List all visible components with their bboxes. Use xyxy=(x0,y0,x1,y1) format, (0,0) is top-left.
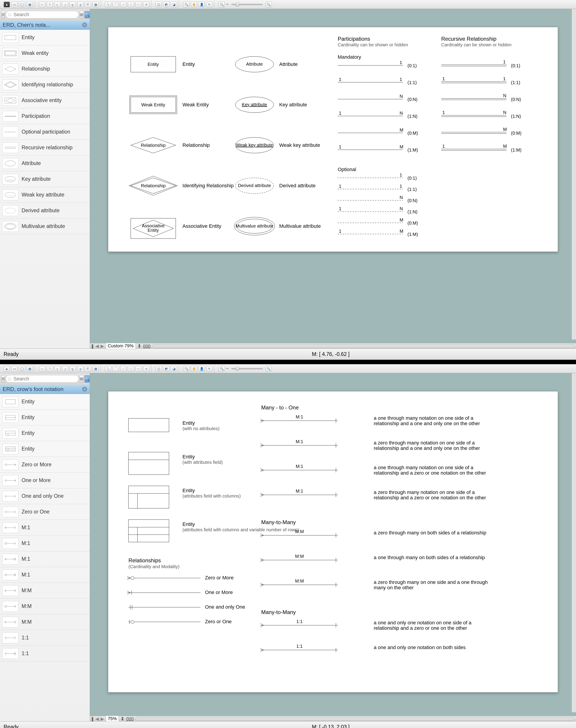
connector-6[interactable]: ╔ xyxy=(77,366,84,372)
stencil-item[interactable]: M:M xyxy=(0,614,90,630)
stencil-item[interactable]: Entity xyxy=(0,394,90,410)
user-icon[interactable]: 👤 xyxy=(198,2,205,7)
search-input[interactable] xyxy=(6,375,79,383)
group-2[interactable]: ◩ xyxy=(163,2,169,7)
line-1[interactable]: ╲ xyxy=(105,366,111,372)
connector-3[interactable]: ┐ xyxy=(54,2,60,7)
hscroll-right[interactable]: ▶ xyxy=(100,343,104,349)
zoom-slider[interactable] xyxy=(231,368,263,369)
canvas-page[interactable]: Entity(with no attributes)Entity(with at… xyxy=(108,391,558,693)
group-1[interactable]: ◫ xyxy=(155,2,162,7)
zoom-out[interactable]: 🔍 xyxy=(219,366,225,372)
stencil-item[interactable]: Zero or More xyxy=(0,457,90,473)
rect-tool[interactable]: ▭ xyxy=(11,366,18,372)
connector-2[interactable]: └ xyxy=(47,366,53,372)
connector-7[interactable]: ╝ xyxy=(85,2,91,7)
table-tool[interactable]: ▦ xyxy=(92,366,99,372)
group-1[interactable]: ◫ xyxy=(155,366,162,372)
stencil-item[interactable]: M:1 xyxy=(0,520,90,536)
line-4[interactable]: ⋮ xyxy=(128,366,134,372)
stencil-item[interactable]: 1:1 xyxy=(0,646,90,662)
stencil-item[interactable]: M:M xyxy=(0,599,90,614)
stencil-item[interactable]: Weak key attribute xyxy=(0,187,90,203)
connector-2[interactable]: └ xyxy=(47,2,53,7)
hand-tool[interactable]: ✋ xyxy=(191,2,197,7)
text-tool[interactable]: ▦ xyxy=(27,366,33,372)
connector-3[interactable]: ┐ xyxy=(54,366,60,372)
line-5[interactable]: ⋯ xyxy=(136,366,142,372)
vertical-scrollbar[interactable] xyxy=(572,9,576,339)
canvas-page[interactable]: EntityEntityWeak EntityWeak EntityRelati… xyxy=(108,27,558,252)
table-tool[interactable]: ▦ xyxy=(92,2,99,7)
hand-tool[interactable]: ✋ xyxy=(191,366,197,372)
horizontal-scrollbar[interactable] xyxy=(152,344,575,348)
group-2[interactable]: ◩ xyxy=(163,366,169,372)
line-5[interactable]: ⋯ xyxy=(136,2,142,7)
stencil-item[interactable]: Recursive relationship xyxy=(0,140,90,156)
stencil-item[interactable]: Attribute xyxy=(0,156,90,171)
line-4[interactable]: ⋮ xyxy=(128,2,134,7)
connector-4[interactable]: ┌ xyxy=(62,2,68,7)
line-2[interactable]: ⌒ xyxy=(113,366,119,372)
line-2[interactable]: ⌒ xyxy=(113,2,119,7)
grid-view[interactable]: ⊞ xyxy=(80,375,84,383)
stencil-item[interactable]: Participation xyxy=(0,109,90,124)
stencil-item[interactable]: M:M xyxy=(0,583,90,599)
tree-toggle[interactable]: ☰ xyxy=(1,11,5,19)
hscroll-left[interactable]: ◀ xyxy=(95,343,99,349)
panel-header[interactable]: ERD, crow's foot notation × xyxy=(0,385,90,394)
user-icon[interactable]: 👤 xyxy=(198,366,205,372)
connector-5[interactable]: ╗ xyxy=(69,2,76,7)
stencil-item[interactable]: Multivalue attribute xyxy=(0,218,90,234)
line-3[interactable]: ⋰ xyxy=(120,2,126,7)
connector-6[interactable]: ╔ xyxy=(77,2,84,7)
panel-close-icon[interactable]: × xyxy=(82,23,87,27)
group-3[interactable]: ◪ xyxy=(171,2,177,7)
connector-7[interactable]: ╝ xyxy=(85,366,91,372)
grid-view[interactable]: ⊞ xyxy=(80,11,84,19)
stencil-item[interactable]: Entity xyxy=(0,441,90,457)
group-3[interactable]: ◪ xyxy=(171,366,177,372)
stencil-item[interactable]: One and only One xyxy=(0,488,90,504)
stencil-item[interactable]: Associative entity xyxy=(0,93,90,109)
hscroll-left[interactable]: ◀ xyxy=(95,716,99,722)
zoom-icon[interactable]: 🔍 xyxy=(183,366,190,372)
connector-5[interactable]: ╗ xyxy=(69,366,76,372)
stencil-item[interactable]: Entity xyxy=(0,410,90,425)
search-button[interactable]: 🔍 xyxy=(84,11,90,19)
stencil-item[interactable]: M:1 xyxy=(0,551,90,567)
tree-toggle[interactable]: ☰ xyxy=(1,375,5,383)
zoom-display[interactable]: 75% xyxy=(106,716,119,722)
stencil-item[interactable]: 1:1 xyxy=(0,630,90,646)
zoom-in[interactable]: 🔍 xyxy=(265,2,272,7)
zoom-icon[interactable]: 🔍 xyxy=(183,2,190,7)
connector-4[interactable]: ┌ xyxy=(62,366,68,372)
search-input[interactable] xyxy=(6,11,79,19)
line-3[interactable]: ⋰ xyxy=(120,366,126,372)
stencil-item[interactable]: Relationship xyxy=(0,61,90,77)
zoom-slider[interactable] xyxy=(231,4,263,5)
stencil-item[interactable]: Zero or One xyxy=(0,504,90,520)
vertical-scrollbar[interactable] xyxy=(572,373,576,712)
stencil-item[interactable]: Identifying relationship xyxy=(0,77,90,93)
pointer-tool[interactable]: ▲ xyxy=(4,366,10,372)
hscroll-right[interactable]: ▶ xyxy=(100,716,104,722)
stencil-item[interactable]: Weak entity xyxy=(0,46,90,61)
ellipse-tool[interactable]: ◯ xyxy=(19,366,25,372)
panel-header[interactable]: ERD, Chen's nota... × xyxy=(0,20,90,30)
stencil-item[interactable]: One or More xyxy=(0,473,90,488)
search-button[interactable]: 🔍 xyxy=(84,375,90,383)
stencil-item[interactable]: Entity xyxy=(0,425,90,441)
stencil-item[interactable]: M:1 xyxy=(0,536,90,551)
line-6[interactable]: ≡ xyxy=(143,366,149,372)
stencil-item[interactable]: M:1 xyxy=(0,567,90,583)
text-tool[interactable]: ▦ xyxy=(27,2,33,7)
ellipse-tool[interactable]: ◯ xyxy=(19,2,25,7)
stencil-item[interactable]: Derived attribute xyxy=(0,203,90,218)
stencil-item[interactable]: Entity xyxy=(0,30,90,46)
connector-1[interactable]: ⌐ xyxy=(39,2,45,7)
line-6[interactable]: ≡ xyxy=(143,2,149,7)
zoom-display[interactable]: Custom 79% xyxy=(106,343,136,349)
connector-1[interactable]: ⌐ xyxy=(39,366,45,372)
stencil-item[interactable]: Key attribute xyxy=(0,171,90,187)
